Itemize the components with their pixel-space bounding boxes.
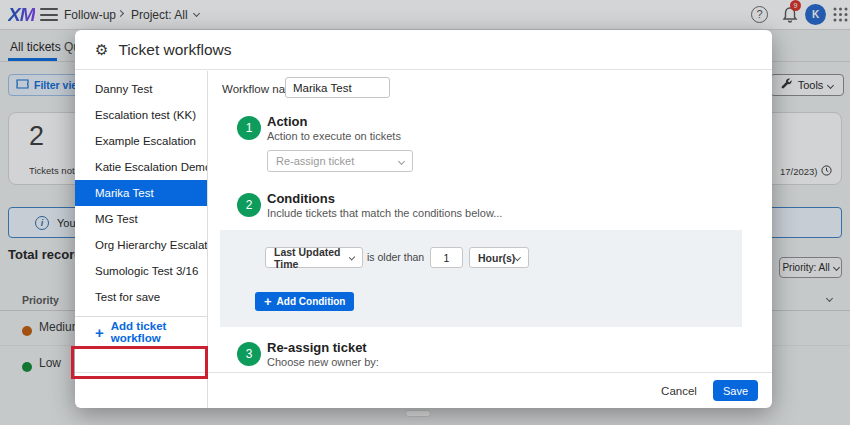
workflow-item[interactable]: Org Hierarchy Escalation	[75, 232, 207, 258]
condition-value-input[interactable]	[430, 247, 463, 268]
workflow-item[interactable]: Danny Test	[75, 76, 207, 102]
plus-icon: +	[95, 324, 104, 341]
plus-icon: +	[264, 294, 272, 309]
gear-icon: ⚙	[95, 41, 108, 59]
step-2-badge: 2	[237, 193, 261, 217]
condition-operator-label: is older than	[367, 251, 424, 263]
step-1-badge: 1	[237, 116, 261, 140]
save-button[interactable]: Save	[713, 380, 758, 401]
condition-unit-value: Hour(s)	[478, 252, 515, 264]
conditions-panel: Last Updated Time is older than Hour(s) …	[220, 230, 742, 327]
annotation-highlight-box	[71, 346, 208, 379]
modal-title: Ticket workflows	[118, 41, 231, 59]
horizontal-scrollbar-thumb[interactable]	[405, 410, 431, 417]
condition-field-select[interactable]: Last Updated Time	[265, 247, 363, 268]
condition-field-value: Last Updated Time	[274, 246, 350, 270]
step-2-title: Conditions	[267, 191, 335, 206]
workflow-name-input[interactable]	[285, 77, 390, 98]
workflow-sidebar: Danny Test Escalation test (KK) Example …	[75, 71, 208, 408]
workflow-item[interactable]: Escalation test (KK)	[75, 102, 207, 128]
cancel-button[interactable]: Cancel	[661, 385, 697, 397]
workflow-item[interactable]: Example Escalation	[75, 128, 207, 154]
add-ticket-workflow-button[interactable]: + Add ticket workflow	[75, 317, 207, 347]
add-ticket-workflow-label: Add ticket workflow	[111, 320, 207, 344]
step-3-title: Re-assign ticket	[267, 340, 367, 355]
step-1-title: Action	[267, 114, 307, 129]
modal-header: ⚙ Ticket workflows	[75, 30, 772, 70]
workflow-item[interactable]: MG Test	[75, 206, 207, 232]
workflow-item[interactable]: Test for save	[75, 284, 207, 310]
action-select-value: Re-assign ticket	[276, 155, 354, 167]
workflow-item-selected[interactable]: Marika Test	[75, 180, 207, 206]
add-condition-button[interactable]: + Add Condition	[255, 292, 354, 311]
step-2-subtitle: Include tickets that match the condition…	[267, 207, 502, 219]
workflow-item[interactable]: Katie Escalation Demo	[75, 154, 207, 180]
step-1-subtitle: Action to execute on tickets	[267, 130, 401, 142]
action-select-chevron-icon	[398, 157, 405, 164]
workflow-item[interactable]: Sumologic Test 3/16	[75, 258, 207, 284]
action-select[interactable]: Re-assign ticket	[267, 150, 413, 172]
step-3-badge: 3	[237, 342, 261, 366]
condition-unit-chevron-icon	[514, 254, 521, 261]
ticket-workflows-modal: ⚙ Ticket workflows Danny Test Escalation…	[75, 30, 772, 408]
add-condition-label: Add Condition	[277, 296, 346, 307]
step-3-subtitle: Choose new owner by:	[267, 356, 379, 368]
condition-unit-select[interactable]: Hour(s)	[469, 247, 529, 268]
